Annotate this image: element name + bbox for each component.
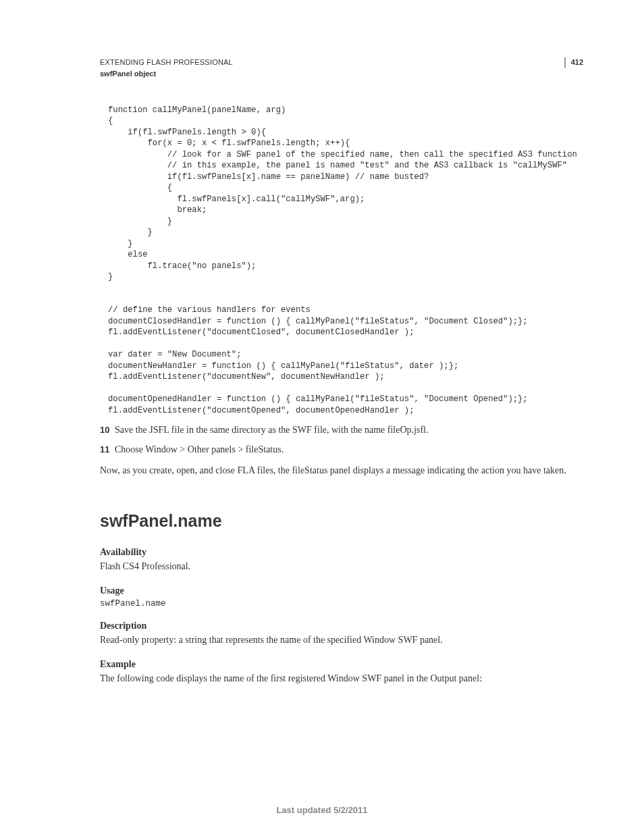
- page-content: function callMyPanel(panelName, arg) { i…: [100, 105, 583, 688]
- page-number: 412: [564, 57, 583, 68]
- step-text: Save the JSFL file in the same directory…: [115, 425, 429, 435]
- step-10: 10 Save the JSFL file in the same direct…: [100, 423, 583, 437]
- example-text: The following code displays the name of …: [100, 671, 583, 685]
- step-number: 10: [100, 425, 109, 435]
- header-left: EXTENDING FLASH PROFESSIONAL swfPanel ob…: [100, 57, 233, 80]
- step-number: 11: [100, 444, 109, 454]
- availability-text: Flash CS4 Professional.: [100, 559, 583, 573]
- step-11: 11 Choose Window > Other panels > fileSt…: [100, 442, 583, 457]
- page-header: EXTENDING FLASH PROFESSIONAL swfPanel ob…: [100, 57, 583, 80]
- availability-label: Availability: [100, 547, 583, 558]
- usage-label: Usage: [100, 585, 583, 596]
- description-label: Description: [100, 621, 583, 631]
- example-label: Example: [100, 659, 583, 670]
- closing-paragraph: Now, as you create, open, and close FLA …: [100, 463, 583, 477]
- step-text: Choose Window > Other panels > fileStatu…: [115, 444, 284, 454]
- section-heading: swfPanel.name: [100, 511, 583, 531]
- usage-code: swfPanel.name: [100, 599, 583, 608]
- header-subtitle: swfPanel object: [100, 69, 233, 79]
- page-footer: Last updated 5/2/2011: [0, 805, 644, 815]
- header-title: EXTENDING FLASH PROFESSIONAL: [100, 57, 233, 68]
- description-text: Read-only property: a string that repres…: [100, 633, 583, 647]
- code-block: function callMyPanel(panelName, arg) { i…: [108, 105, 583, 416]
